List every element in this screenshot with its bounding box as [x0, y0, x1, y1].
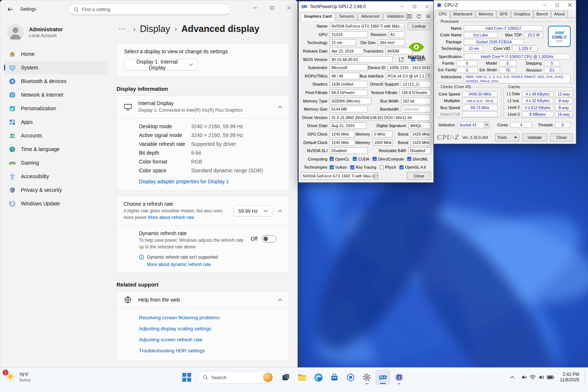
vulkan-checkbox[interactable]: Vulkan [330, 165, 347, 169]
gpu-name-field: NVIDIA GeForce GTX 1660 Ti with Max-... [330, 23, 405, 29]
taskbar-clock[interactable]: 2:42 PM 11/6/2025 [558, 372, 583, 383]
sidebar-item-bluetooth-devices[interactable]: Bluetooth & devices [4, 75, 108, 88]
cpuz-taskbar-button[interactable]: Z [392, 370, 406, 385]
minimize-button[interactable] [247, 0, 263, 15]
task-view-button[interactable] [279, 370, 293, 385]
cuda-checkbox[interactable]: CUDA [353, 157, 369, 161]
sidebar-item-home[interactable]: Home [4, 47, 108, 61]
graphics-card-selector[interactable]: NVIDIA GeForce GTX 1660 Ti with Max-Q [301, 172, 378, 180]
sidebar-item-apps[interactable]: Apps [4, 115, 108, 129]
refresh-rate-dropdown[interactable]: 59.99 Hz [234, 205, 273, 216]
minimize-button[interactable] [538, 0, 551, 10]
search-input[interactable] [82, 7, 226, 12]
tab-cpu[interactable]: CPU [435, 11, 450, 18]
tab-mainboard[interactable]: Mainboard [450, 11, 475, 18]
help-link[interactable]: Troubleshooting HDR settings [139, 348, 282, 353]
opencl-checkbox[interactable]: OpenCL [330, 157, 349, 161]
help-link[interactable]: Resolving screen flickering problems [139, 315, 282, 320]
close-cpuz-button[interactable]: Close [550, 133, 573, 141]
tab-bench[interactable]: Bench [534, 11, 551, 18]
maximize-button[interactable] [408, 1, 421, 11]
user-account-block[interactable]: Administrator Local Account [4, 22, 108, 47]
settings-taskbar-button[interactable] [359, 370, 374, 385]
field-label: Core Speed [438, 92, 462, 96]
breadcrumb-display[interactable]: Display [140, 24, 170, 34]
cpuz-logo: CPU-Z [437, 133, 459, 141]
close-button[interactable] [280, 0, 297, 15]
maximize-button[interactable] [551, 0, 563, 10]
display-selector-dropdown[interactable]: Display 1: Internal Display [124, 59, 198, 71]
sidebar-item-accounts[interactable]: Accounts [4, 129, 108, 142]
refresh-rate-expander[interactable]: Choose a refresh rate A higher rate give… [117, 196, 289, 226]
tab-sensors[interactable]: Sensors [336, 13, 357, 20]
more-about-dynamic-refresh-link[interactable]: More about dynamic refresh rate [147, 262, 282, 267]
utility-app-button[interactable] [343, 370, 358, 385]
gpu-field: TU116 [330, 31, 368, 38]
sidebar-item-system[interactable]: System [4, 61, 108, 74]
breadcrumb-overflow[interactable]: ··· [116, 25, 129, 33]
sidebar-item-label: Home [21, 51, 35, 57]
settings-sidebar: Administrator Local Account Home System … [0, 18, 111, 367]
refresh-button[interactable] [415, 13, 422, 19]
tab-spd[interactable]: SPD [496, 11, 511, 18]
display-information-expander[interactable]: Internal Display Display 1: Connected to… [117, 96, 289, 118]
sidebar-item-network-internet[interactable]: Network & internet [4, 88, 108, 101]
info-label: Color space [139, 168, 191, 173]
widgets-button[interactable]: 1 78°F Sunny [0, 368, 74, 382]
field-label: Bandwidth [368, 107, 401, 111]
tab-advanced[interactable]: Advanced [358, 13, 383, 20]
close-button[interactable] [563, 0, 576, 10]
help-link[interactable]: Adjusting display scaling settings [139, 326, 282, 331]
sidebar-item-personalization[interactable]: Personalization [4, 102, 108, 115]
tab-memory[interactable]: Memory [476, 11, 496, 18]
edge-button[interactable] [311, 370, 326, 385]
tab-validation[interactable]: Validation [383, 13, 408, 20]
gpuz-taskbar-button[interactable] [376, 370, 390, 385]
back-button[interactable] [3, 3, 17, 15]
file-explorer-button[interactable] [295, 370, 309, 385]
ray-tracing-checkbox[interactable]: Ray Tracing [350, 165, 376, 169]
sidebar-item-windows-update[interactable]: Windows Update [4, 197, 108, 210]
opengl-checkbox[interactable]: OpenGL 4.6 [399, 165, 426, 169]
tray-chevron-button[interactable] [507, 371, 517, 384]
dynamic-refresh-toggle[interactable] [262, 235, 276, 242]
field-label: Shaders [301, 82, 330, 86]
taskbar-search-box[interactable]: Search [198, 371, 275, 384]
info-value: Supported by driver [191, 141, 236, 147]
validate-button[interactable]: Validate [522, 133, 547, 141]
directcompute-checkbox[interactable]: DirectCompute [373, 157, 404, 161]
tab-about[interactable]: About [551, 11, 568, 18]
close-button[interactable] [421, 1, 433, 11]
help-link[interactable]: Adjusting screen refresh rate [139, 337, 282, 342]
sidebar-item-time-language[interactable]: Time & language [4, 143, 108, 156]
more-about-refresh-rate-link[interactable]: More about refresh rate [148, 215, 194, 220]
field-label: ROPs/TMUs [301, 74, 330, 78]
system-tray[interactable] [518, 371, 557, 384]
directml-checkbox[interactable]: DirectML [407, 157, 428, 161]
close-gpuz-button[interactable]: Close [407, 172, 431, 180]
tools-button[interactable]: Tools [495, 133, 519, 141]
minimize-button[interactable] [396, 1, 408, 11]
socket-selector[interactable]: Socket #1 [457, 122, 490, 128]
sidebar-item-privacy-security[interactable]: Privacy & security [4, 183, 108, 197]
store-button[interactable] [327, 370, 342, 385]
nvidia-logo: NVIDIA [403, 41, 430, 60]
tab-graphics-card[interactable]: Graphics Card [301, 13, 335, 21]
start-button[interactable] [179, 370, 194, 385]
model-field: E [499, 60, 517, 66]
bus-interface-help-button[interactable]: ? [426, 73, 431, 79]
lookup-button[interactable]: Lookup [408, 22, 430, 30]
sidebar-item-accessibility[interactable]: Accessibility [4, 170, 108, 183]
technology-field: 10 nm [464, 46, 484, 51]
tab-graphics[interactable]: Graphics [511, 11, 533, 18]
help-from-web-expander[interactable]: Help from the web [117, 292, 289, 308]
physx-checkbox[interactable]: PhysX [380, 165, 396, 169]
maximize-button[interactable] [263, 0, 280, 15]
screenshot-camera-button[interactable] [406, 13, 412, 19]
display-adapter-properties-link[interactable]: Display adapter properties for Display 1 [139, 179, 282, 184]
menu-button[interactable] [425, 13, 431, 19]
show-desktop-button[interactable] [584, 371, 586, 384]
l2-assoc-field: 8-way [555, 105, 573, 111]
settings-search-box[interactable] [69, 4, 230, 15]
sidebar-item-gaming[interactable]: Gaming [4, 156, 108, 169]
